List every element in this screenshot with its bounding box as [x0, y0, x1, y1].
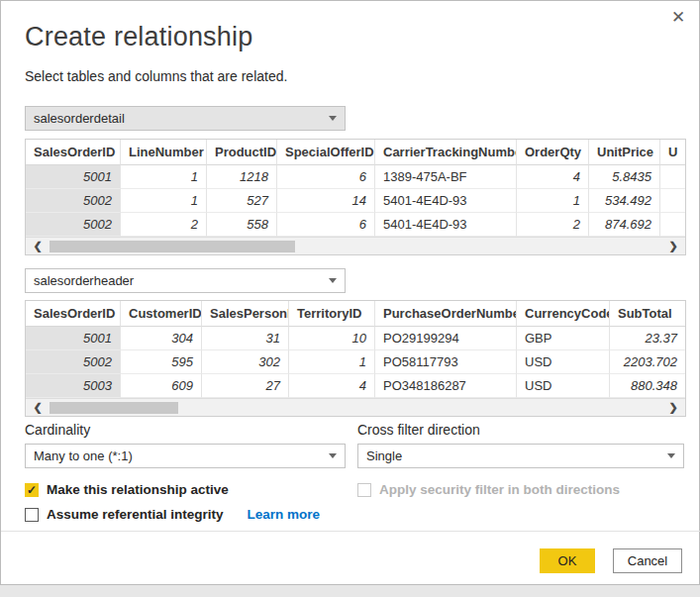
cell-unitprice[interactable]: 534.492: [589, 189, 660, 213]
make-active-label: Make this relationship active: [47, 482, 229, 497]
table2-selector-value: salesorderheader: [34, 273, 134, 288]
cross-filter-select[interactable]: Single: [357, 444, 684, 468]
column-header-productid[interactable]: ProductID: [207, 140, 277, 165]
cell-subtotal[interactable]: 880.348: [610, 374, 685, 398]
close-icon[interactable]: ✕: [667, 7, 689, 29]
cell-unitprice[interactable]: 874.692: [589, 213, 660, 237]
cell-currencycode[interactable]: GBP: [517, 327, 610, 350]
table-row: 50021527145401-4E4D-931534.492: [26, 189, 685, 213]
cross-filter-label: Cross filter direction: [357, 422, 684, 438]
cell-orderqty[interactable]: 2: [517, 213, 589, 237]
table-header-row: SalesOrderIDLineNumberProductIDSpecialOf…: [26, 140, 685, 165]
chevron-down-icon: [329, 116, 337, 121]
table1-selector[interactable]: salesorderdetail: [25, 106, 346, 131]
scrollbar-thumb[interactable]: [50, 402, 178, 414]
cardinality-label: Cardinality: [25, 422, 357, 438]
column-header-currencycode[interactable]: CurrencyCode: [517, 301, 610, 327]
table2-selector[interactable]: salesorderheader: [25, 268, 346, 293]
scrollbar-track[interactable]: [50, 238, 661, 254]
cross-filter-value: Single: [366, 448, 402, 463]
chevron-down-icon: [329, 278, 337, 283]
cell-salesorderid[interactable]: 5001: [26, 165, 121, 189]
column-header-salespersonid[interactable]: SalesPersonID: [202, 301, 289, 327]
cell-u[interactable]: [660, 189, 685, 213]
cell-salesorderid[interactable]: 5001: [26, 327, 121, 350]
cell-carriertrackingnumber[interactable]: 5401-4E4D-93: [375, 213, 517, 237]
cell-territoryid[interactable]: 4: [289, 374, 375, 398]
column-header-customerid[interactable]: CustomerID: [121, 301, 202, 327]
column-header-territoryid[interactable]: TerritoryID: [289, 301, 375, 327]
column-header-salesorderid[interactable]: SalesOrderID: [26, 140, 121, 165]
cell-customerid[interactable]: 304: [121, 327, 202, 350]
scroll-right-icon[interactable]: ❯: [661, 240, 685, 252]
cardinality-select[interactable]: Many to one (*:1): [25, 444, 346, 468]
referential-integrity-checkbox[interactable]: [25, 508, 39, 522]
cell-customerid[interactable]: 609: [121, 374, 202, 398]
table1-hscrollbar: ❮ ❯: [26, 237, 685, 254]
table-header-row: SalesOrderIDCustomerIDSalesPersonIDTerri…: [26, 301, 685, 327]
scroll-left-icon[interactable]: ❮: [26, 401, 50, 414]
cell-linenumber[interactable]: 1: [121, 165, 207, 189]
cell-linenumber[interactable]: 1: [121, 189, 207, 213]
cell-territoryid[interactable]: 10: [289, 327, 375, 350]
cell-customerid[interactable]: 595: [121, 350, 202, 374]
cell-salesorderid[interactable]: 5002: [26, 350, 121, 374]
column-header-salesorderid[interactable]: SalesOrderID: [26, 301, 121, 327]
column-header-unitprice[interactable]: UnitPrice: [589, 140, 660, 165]
cell-purchaseordernumber[interactable]: PO348186287: [375, 374, 517, 398]
cell-u[interactable]: [660, 213, 685, 237]
table-row: 50013043110PO29199294GBP23.37: [26, 327, 685, 350]
scroll-left-icon[interactable]: ❮: [26, 240, 50, 252]
cell-salespersonid[interactable]: 302: [202, 350, 289, 374]
table2-grid: SalesOrderIDCustomerIDSalesPersonIDTerri…: [26, 301, 685, 398]
cell-subtotal[interactable]: 2203.702: [610, 350, 685, 374]
cell-purchaseordernumber[interactable]: PO58117793: [375, 350, 517, 374]
column-header-u[interactable]: U: [660, 140, 685, 165]
cell-currencycode[interactable]: USD: [517, 374, 610, 398]
cell-productid[interactable]: 1218: [207, 165, 277, 189]
cell-specialofferid[interactable]: 14: [277, 189, 375, 213]
cell-territoryid[interactable]: 1: [289, 350, 375, 374]
cancel-button[interactable]: Cancel: [613, 548, 682, 573]
cell-u[interactable]: [660, 165, 685, 189]
cell-productid[interactable]: 558: [207, 213, 277, 237]
cell-linenumber[interactable]: 2: [121, 213, 207, 237]
cell-currencycode[interactable]: USD: [517, 350, 610, 374]
cell-productid[interactable]: 527: [207, 189, 277, 213]
cell-salesorderid[interactable]: 5003: [26, 374, 121, 398]
table1-preview: SalesOrderIDLineNumberProductIDSpecialOf…: [25, 139, 686, 255]
cell-salesorderid[interactable]: 5002: [26, 189, 121, 213]
cell-carriertrackingnumber[interactable]: 5401-4E4D-93: [375, 189, 517, 213]
scrollbar-thumb[interactable]: [50, 241, 295, 252]
make-active-checkbox[interactable]: [25, 483, 39, 497]
cell-carriertrackingnumber[interactable]: 1389-475A-BF: [375, 165, 517, 189]
table-row: 5003609274PO348186287USD880.348: [26, 374, 685, 398]
table-row: 5002255865401-4E4D-932874.692: [26, 213, 685, 237]
column-header-carriertrackingnumber[interactable]: CarrierTrackingNumber: [375, 140, 517, 165]
cell-salespersonid[interactable]: 27: [202, 374, 289, 398]
column-header-purchaseordernumber[interactable]: PurchaseOrderNumber: [375, 301, 517, 327]
cell-salespersonid[interactable]: 31: [202, 327, 289, 350]
table-row: 50011121861389-475A-BF45.8435: [26, 165, 685, 189]
referential-integrity-label: Assume referential integrity: [47, 507, 224, 522]
dialog-subtitle: Select tables and columns that are relat…: [25, 68, 699, 84]
cell-specialofferid[interactable]: 6: [277, 165, 375, 189]
cell-unitprice[interactable]: 5.8435: [589, 165, 660, 189]
cell-purchaseordernumber[interactable]: PO29199294: [375, 327, 517, 350]
cell-orderqty[interactable]: 4: [517, 165, 589, 189]
chevron-down-icon: [667, 453, 675, 458]
column-header-specialofferid[interactable]: SpecialOfferID: [277, 140, 375, 165]
table1-grid: SalesOrderIDLineNumberProductIDSpecialOf…: [26, 140, 685, 237]
ok-button[interactable]: OK: [540, 548, 595, 573]
cell-subtotal[interactable]: 23.37: [610, 327, 685, 350]
footer: OK Cancel: [25, 548, 699, 573]
column-header-orderqty[interactable]: OrderQty: [517, 140, 589, 165]
scroll-right-icon[interactable]: ❯: [661, 401, 685, 414]
cell-salesorderid[interactable]: 5002: [26, 213, 121, 237]
learn-more-link[interactable]: Learn more: [248, 507, 321, 522]
column-header-subtotal[interactable]: SubTotal: [610, 301, 685, 327]
cell-specialofferid[interactable]: 6: [277, 213, 375, 237]
scrollbar-track[interactable]: [50, 399, 661, 416]
cell-orderqty[interactable]: 1: [517, 189, 589, 213]
column-header-linenumber[interactable]: LineNumber: [121, 140, 207, 165]
